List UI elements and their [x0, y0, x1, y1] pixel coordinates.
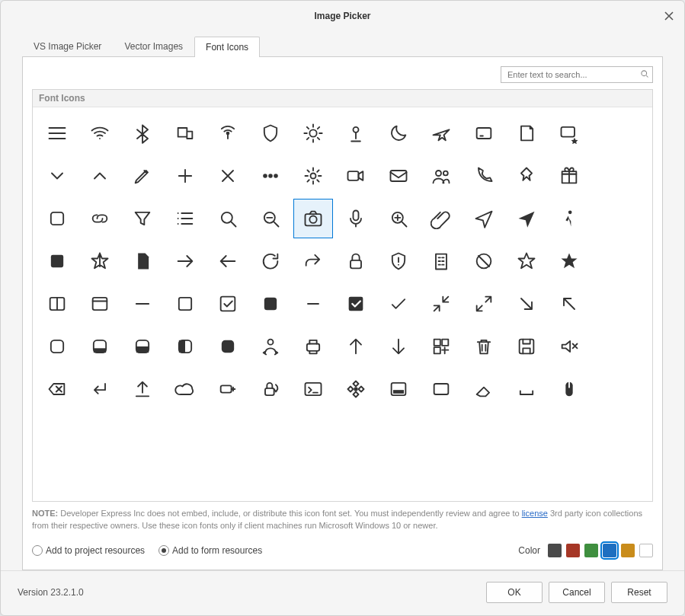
broadcast-icon[interactable]: [208, 113, 248, 153]
note-icon[interactable]: [507, 113, 546, 153]
users-icon[interactable]: [421, 156, 461, 196]
zoom-in-icon[interactable]: [379, 199, 418, 238]
arrow-se-icon[interactable]: [507, 284, 546, 324]
radio-project-resources[interactable]: Add to project resources: [32, 545, 145, 556]
star-half-icon[interactable]: [80, 241, 120, 281]
gift-icon[interactable]: [549, 156, 589, 196]
monitor-icon[interactable]: [464, 113, 504, 153]
shield-icon[interactable]: [251, 113, 290, 153]
walk-icon[interactable]: [549, 199, 589, 238]
search-icon[interactable]: [640, 69, 649, 81]
camera-icon[interactable]: [293, 199, 333, 238]
half-bottom2-icon[interactable]: [123, 327, 162, 366]
half-left-icon[interactable]: [165, 327, 205, 366]
shield-alert-icon[interactable]: [379, 241, 418, 281]
color-swatch-3[interactable]: [603, 544, 616, 557]
color-swatch-custom[interactable]: [639, 544, 653, 557]
radio-form-resources[interactable]: Add to form resources: [158, 545, 262, 556]
grid-hatch-icon[interactable]: [37, 241, 77, 281]
upload-icon[interactable]: [123, 369, 162, 409]
rounded-icon[interactable]: [37, 327, 77, 366]
color-swatch-1[interactable]: [566, 544, 580, 557]
monitor-star-icon[interactable]: [549, 113, 589, 153]
half-bottom-icon[interactable]: [80, 327, 120, 366]
space-icon[interactable]: [507, 369, 546, 409]
arrows-in-icon[interactable]: [421, 284, 461, 324]
location-pin-icon[interactable]: [336, 113, 376, 153]
mail-icon[interactable]: [379, 156, 418, 196]
pin-icon[interactable]: [507, 156, 546, 196]
search-box[interactable]: [501, 66, 653, 83]
trash-icon[interactable]: [464, 327, 504, 366]
send-solid-icon[interactable]: [507, 199, 546, 238]
volume-off-icon[interactable]: [549, 327, 589, 366]
key-tag-icon[interactable]: [208, 369, 248, 409]
ok-button[interactable]: OK: [486, 582, 543, 603]
star-solid-icon[interactable]: [549, 241, 589, 281]
lock-icon[interactable]: [336, 241, 376, 281]
reset-button[interactable]: Reset: [611, 582, 667, 603]
cancel-button[interactable]: Cancel: [549, 582, 605, 603]
zoom-out-icon[interactable]: [251, 199, 290, 238]
chevron-down-icon[interactable]: [37, 156, 77, 196]
columns-icon[interactable]: [37, 284, 77, 324]
terminal-icon[interactable]: [293, 369, 333, 409]
arrow-down-icon[interactable]: [379, 327, 418, 366]
attach-icon[interactable]: [421, 199, 461, 238]
building-icon[interactable]: [421, 241, 461, 281]
square-round-icon[interactable]: [165, 284, 205, 324]
search-icon[interactable]: [208, 199, 248, 238]
tab-vs-image-picker[interactable]: VS Image Picker: [22, 36, 113, 56]
license-link[interactable]: license: [522, 509, 548, 518]
devices-icon[interactable]: [165, 113, 205, 153]
list-icon[interactable]: [165, 199, 205, 238]
square-empty-icon[interactable]: [37, 199, 77, 238]
dock-icon[interactable]: [421, 369, 461, 409]
arrows-out-icon[interactable]: [464, 284, 504, 324]
check-solid-icon[interactable]: [336, 284, 376, 324]
file-icon[interactable]: [123, 241, 162, 281]
color-swatch-2[interactable]: [584, 544, 598, 557]
plus-icon[interactable]: [165, 156, 205, 196]
color-swatch-0[interactable]: [548, 544, 562, 557]
dock-bottom-icon[interactable]: [379, 369, 418, 409]
person-swap-icon[interactable]: [251, 327, 290, 366]
close-button[interactable]: [660, 7, 678, 25]
tab-font-icons[interactable]: Font Icons: [194, 37, 260, 57]
rounded-solid-icon[interactable]: [208, 327, 248, 366]
pencil-icon[interactable]: [123, 156, 162, 196]
send-icon[interactable]: [464, 199, 504, 238]
filter-icon[interactable]: [123, 199, 162, 238]
refresh-icon[interactable]: [251, 241, 290, 281]
minus-thin-icon[interactable]: [293, 284, 333, 324]
check-icon[interactable]: [379, 284, 418, 324]
save-icon[interactable]: [507, 327, 546, 366]
microphone-icon[interactable]: [336, 199, 376, 238]
center-icon[interactable]: [336, 369, 376, 409]
lock-refresh-icon[interactable]: [251, 369, 290, 409]
star-outline-icon[interactable]: [507, 241, 546, 281]
apps-icon[interactable]: [421, 327, 461, 366]
backspace-icon[interactable]: [37, 369, 77, 409]
arrow-left-icon[interactable]: [208, 241, 248, 281]
square-solid-icon[interactable]: [251, 284, 290, 324]
arrow-up-icon[interactable]: [336, 327, 376, 366]
wifi-icon[interactable]: [80, 113, 120, 153]
panel-icon[interactable]: [80, 284, 120, 324]
video-icon[interactable]: [336, 156, 376, 196]
eraser-icon[interactable]: [464, 369, 504, 409]
not-allowed-icon[interactable]: [464, 241, 504, 281]
printer-icon[interactable]: [293, 327, 333, 366]
cloud-icon[interactable]: [165, 369, 205, 409]
share-icon[interactable]: [293, 241, 333, 281]
airplane-icon[interactable]: [421, 113, 461, 153]
search-input[interactable]: [506, 69, 640, 80]
mouse-icon[interactable]: [549, 369, 589, 409]
arrow-nw-icon[interactable]: [549, 284, 589, 324]
gear-icon[interactable]: [293, 156, 333, 196]
bluetooth-icon[interactable]: [123, 113, 162, 153]
menu-icon[interactable]: [37, 113, 77, 153]
x-icon[interactable]: [208, 156, 248, 196]
moon-icon[interactable]: [379, 113, 418, 153]
icon-scroll[interactable]: [33, 107, 652, 501]
